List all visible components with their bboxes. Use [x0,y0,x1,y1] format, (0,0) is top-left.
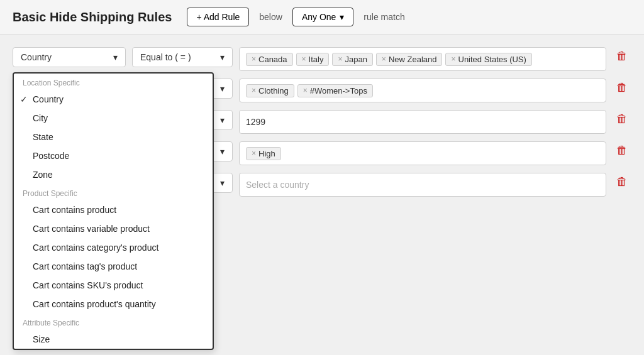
value-area-5[interactable]: Select a country [239,173,606,197]
page-title: Basic Hide Shipping Rules [13,10,172,25]
chevron-down-icon-8: ▾ [220,146,225,156]
dropdown-item-cart-product[interactable]: Cart contains product [14,200,213,219]
dropdown-item-cart-category[interactable]: Cart contains category's product [14,238,213,257]
rule-row-1: Country ▾ Equal to ( = ) ▾ ×Canada ×Ital… [13,47,631,71]
add-rule-button[interactable]: + Add Rule [187,8,249,26]
tag-remove-japan[interactable]: × [338,55,342,63]
dropdown-item-cart-sku[interactable]: Cart contains SKU's product [14,276,213,295]
delete-button-2[interactable]: 🗑 [613,79,631,97]
tag-remove-new-zealand[interactable]: × [382,55,386,63]
dropdown-item-zone[interactable]: Zone [14,165,213,184]
delete-button-4[interactable]: 🗑 [613,141,631,160]
tag-women-tops[interactable]: ×#Women->Tops [297,84,373,97]
tag-japan[interactable]: ×Japan [332,53,372,66]
value-text-3: 1299 [246,117,265,127]
dropdown-item-cart-variable[interactable]: Cart contains variable product [14,219,213,238]
chevron-down-icon-2: ▾ [220,52,225,62]
tag-new-zealand[interactable]: ×New Zealand [376,53,443,66]
rule-type-select-1[interactable]: Country ▾ [13,47,126,67]
group-label-attribute: Attribute Specific [14,314,213,330]
tag-united-states[interactable]: ×United States (US) [445,53,531,66]
group-label-location: Location Specific [14,74,213,90]
delete-button-5[interactable]: 🗑 [613,173,631,191]
tag-remove-italy[interactable]: × [302,55,306,63]
any-one-dropdown[interactable]: Any One ▾ [292,8,353,26]
tag-remove-united-states[interactable]: × [451,55,455,63]
tag-remove-clothing[interactable]: × [252,86,256,95]
dropdown-item-cart-quantity[interactable]: Cart contains product's quantity [14,295,213,314]
value-area-4[interactable]: ×High [239,141,606,165]
header: Basic Hide Shipping Rules + Add Rule bel… [0,0,644,35]
tag-canada[interactable]: ×Canada [246,53,293,66]
dropdown-item-city[interactable]: City [14,109,213,128]
any-one-label: Any One [302,12,336,22]
placeholder-text-5: Select a country [246,180,309,190]
tag-remove-high[interactable]: × [252,149,256,158]
dropdown-item-country[interactable]: Country [14,90,213,109]
rule-match-label: rule match [364,12,404,22]
delete-button-3[interactable]: 🗑 [613,110,631,128]
condition-label-1: Equal to ( = ) [140,52,191,62]
chevron-down-icon: ▾ [340,12,344,22]
chevron-down-icon-4: ▾ [220,84,225,94]
value-area-2[interactable]: ×Clothing ×#Women->Tops [239,79,606,102]
condition-select-1[interactable]: Equal to ( = ) ▾ [132,47,233,67]
dropdown-item-size[interactable]: Size [14,330,213,349]
dropdown-item-postcode[interactable]: Postcode [14,146,213,165]
tag-high[interactable]: ×High [246,147,281,160]
tag-italy[interactable]: ×Italy [296,53,330,66]
value-area-3[interactable]: 1299 [239,110,606,134]
chevron-down-icon-1: ▾ [113,52,118,62]
main-content: Country ▾ Equal to ( = ) ▾ ×Canada ×Ital… [0,35,644,217]
page-wrapper: Basic Hide Shipping Rules + Add Rule bel… [0,0,644,355]
dropdown-item-state[interactable]: State [14,128,213,146]
group-label-product: Product Specific [14,184,213,200]
value-area-1[interactable]: ×Canada ×Italy ×Japan ×New Zealand ×Unit… [239,47,606,71]
tag-remove-canada[interactable]: × [252,55,256,63]
delete-button-1[interactable]: 🗑 [613,47,631,65]
chevron-down-icon-6: ▾ [220,115,225,125]
dropdown-item-cart-tag[interactable]: Cart contains tag's product [14,257,213,276]
tag-remove-women-tops[interactable]: × [303,86,308,95]
rule-type-label-1: Country [21,52,52,62]
tag-clothing[interactable]: ×Clothing [246,84,294,97]
dropdown-popup: Location Specific Country City State Pos… [13,72,214,350]
chevron-down-icon-10: ▾ [220,178,225,188]
below-label: below [259,12,282,22]
